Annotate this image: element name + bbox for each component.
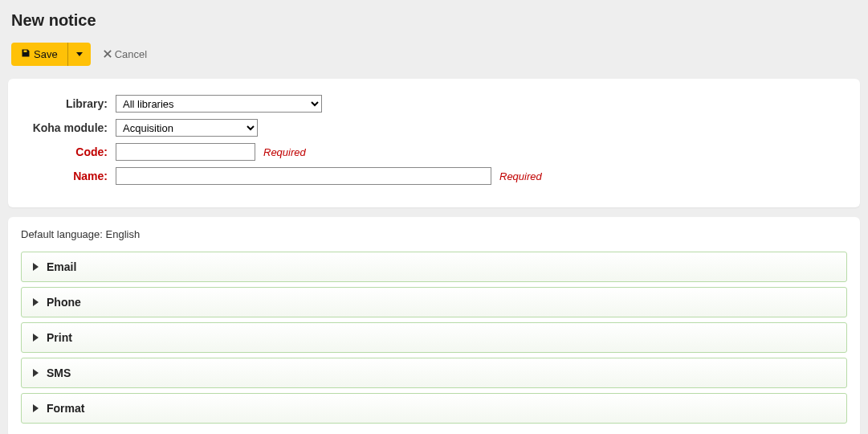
module-row: Koha module: Acquisition	[27, 119, 841, 137]
accordion: Email Phone Print SMS Format	[21, 252, 847, 424]
default-language-value: English	[106, 228, 141, 240]
accordion-card: Default language: English Email Phone Pr…	[8, 217, 860, 434]
accordion-item-label: Print	[47, 331, 72, 344]
default-language-prefix: Default language:	[21, 228, 106, 240]
accordion-item-label: Email	[47, 260, 76, 273]
caret-right-icon	[33, 404, 39, 412]
accordion-item-print[interactable]: Print	[21, 322, 847, 353]
save-icon	[21, 48, 31, 60]
module-label: Koha module:	[27, 121, 116, 134]
save-dropdown-button[interactable]	[67, 43, 91, 66]
caret-right-icon	[33, 298, 39, 306]
save-button-label: Save	[34, 48, 58, 60]
caret-right-icon	[33, 369, 39, 377]
close-icon	[104, 48, 112, 60]
cancel-button-label: Cancel	[115, 48, 147, 60]
code-input[interactable]	[116, 143, 255, 161]
module-select[interactable]: Acquisition	[116, 119, 258, 137]
accordion-item-sms[interactable]: SMS	[21, 358, 847, 388]
accordion-item-email[interactable]: Email	[21, 252, 847, 282]
library-label: Library:	[27, 97, 116, 110]
default-language-line: Default language: English	[21, 228, 847, 240]
caret-right-icon	[33, 334, 39, 342]
name-row: Name: Required	[27, 167, 841, 185]
accordion-item-phone[interactable]: Phone	[21, 287, 847, 317]
cancel-button[interactable]: Cancel	[99, 47, 152, 61]
accordion-item-format[interactable]: Format	[21, 393, 847, 424]
page-title: New notice	[11, 11, 860, 30]
code-label: Code:	[27, 145, 116, 158]
name-label: Name:	[27, 170, 116, 182]
library-row: Library: All libraries	[27, 95, 841, 113]
name-required-text: Required	[499, 170, 542, 182]
accordion-item-label: Phone	[47, 296, 81, 309]
library-select[interactable]: All libraries	[116, 95, 322, 113]
code-row: Code: Required	[27, 143, 841, 161]
save-button-group: Save	[11, 43, 91, 66]
caret-down-icon	[76, 52, 83, 56]
caret-right-icon	[33, 263, 39, 271]
form-card: Library: All libraries Koha module: Acqu…	[8, 79, 860, 207]
accordion-item-label: Format	[47, 402, 84, 415]
save-button[interactable]: Save	[11, 43, 67, 66]
accordion-item-label: SMS	[47, 366, 71, 379]
name-input[interactable]	[116, 167, 491, 185]
code-required-text: Required	[263, 146, 306, 158]
toolbar: Save Cancel	[11, 43, 860, 66]
